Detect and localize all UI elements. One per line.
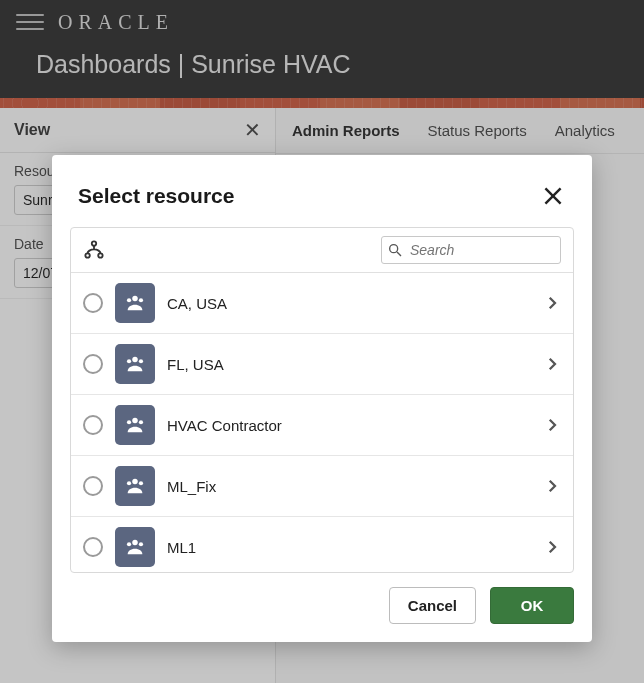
- svg-point-14: [127, 420, 131, 424]
- radio-button[interactable]: [83, 476, 103, 496]
- svg-point-5: [390, 245, 398, 253]
- resource-label: ML1: [167, 539, 531, 556]
- radio-button[interactable]: [83, 354, 103, 374]
- select-resource-modal: Select resource CA, USAFL, USAHVAC Contr…: [52, 155, 592, 642]
- svg-point-17: [127, 481, 131, 485]
- chevron-right-icon[interactable]: [543, 355, 561, 373]
- people-group-icon: [115, 283, 155, 323]
- chevron-right-icon[interactable]: [543, 477, 561, 495]
- svg-point-3: [85, 253, 89, 257]
- resource-row[interactable]: ML1: [71, 517, 573, 572]
- svg-point-20: [127, 542, 131, 546]
- search-wrap: [381, 236, 561, 264]
- svg-point-13: [132, 418, 138, 424]
- chevron-right-icon[interactable]: [543, 538, 561, 556]
- svg-point-18: [139, 481, 143, 485]
- modal-overlay: Select resource CA, USAFL, USAHVAC Contr…: [0, 0, 644, 683]
- svg-point-19: [132, 540, 138, 546]
- svg-point-10: [132, 357, 138, 363]
- resource-row[interactable]: FL, USA: [71, 334, 573, 395]
- resource-list: CA, USAFL, USAHVAC ContractorML_FixML1: [71, 272, 573, 572]
- resource-label: ML_Fix: [167, 478, 531, 495]
- org-tree-icon[interactable]: [83, 239, 105, 261]
- ok-button[interactable]: OK: [490, 587, 574, 624]
- people-group-icon: [115, 466, 155, 506]
- svg-point-7: [132, 296, 138, 302]
- svg-line-6: [397, 252, 401, 256]
- svg-point-2: [92, 241, 96, 245]
- svg-point-8: [127, 298, 131, 302]
- resource-row[interactable]: ML_Fix: [71, 456, 573, 517]
- cancel-button[interactable]: Cancel: [389, 587, 476, 624]
- radio-button[interactable]: [83, 293, 103, 313]
- search-icon: [387, 242, 403, 258]
- people-group-icon: [115, 405, 155, 445]
- resource-label: FL, USA: [167, 356, 531, 373]
- close-icon[interactable]: [540, 183, 566, 209]
- svg-point-21: [139, 542, 143, 546]
- chevron-right-icon[interactable]: [543, 294, 561, 312]
- svg-point-12: [139, 359, 143, 363]
- svg-point-15: [139, 420, 143, 424]
- modal-title: Select resource: [78, 184, 234, 208]
- resource-label: CA, USA: [167, 295, 531, 312]
- svg-point-11: [127, 359, 131, 363]
- chevron-right-icon[interactable]: [543, 416, 561, 434]
- svg-point-4: [98, 253, 102, 257]
- resource-label: HVAC Contractor: [167, 417, 531, 434]
- radio-button[interactable]: [83, 537, 103, 557]
- resource-row[interactable]: HVAC Contractor: [71, 395, 573, 456]
- resource-row[interactable]: CA, USA: [71, 273, 573, 334]
- radio-button[interactable]: [83, 415, 103, 435]
- svg-point-16: [132, 479, 138, 485]
- svg-point-9: [139, 298, 143, 302]
- people-group-icon: [115, 527, 155, 567]
- people-group-icon: [115, 344, 155, 384]
- search-input[interactable]: [381, 236, 561, 264]
